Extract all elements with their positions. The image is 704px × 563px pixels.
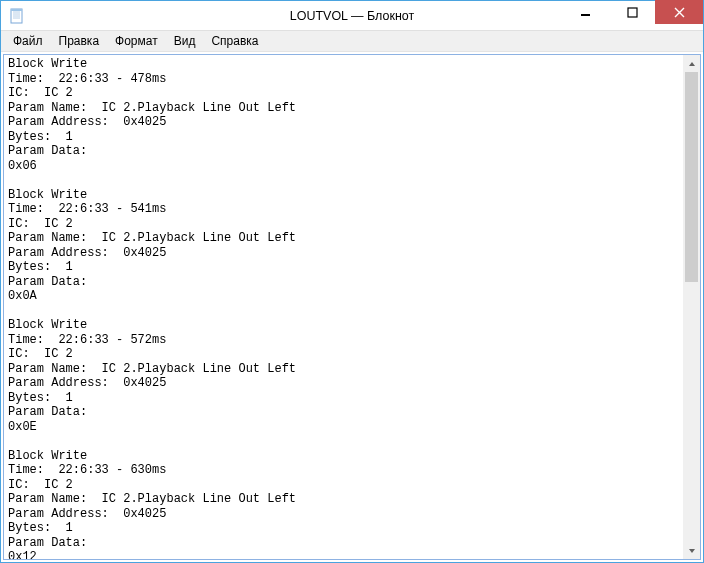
notepad-window: LOUTVOL — Блокнот Файл Правка Формат Вид…: [0, 0, 704, 563]
menu-file[interactable]: Файл: [5, 32, 51, 50]
text-content[interactable]: Block Write Time: 22:6:33 - 478ms IC: IC…: [4, 55, 683, 559]
menu-help[interactable]: Справка: [203, 32, 266, 50]
menu-edit[interactable]: Правка: [51, 32, 108, 50]
menu-view[interactable]: Вид: [166, 32, 204, 50]
svg-rect-6: [581, 14, 590, 16]
minimize-button[interactable]: [563, 0, 609, 24]
window-controls: [563, 1, 703, 30]
scroll-track[interactable]: [683, 72, 700, 542]
close-button[interactable]: [655, 0, 703, 24]
scroll-thumb[interactable]: [685, 72, 698, 282]
menu-format[interactable]: Формат: [107, 32, 166, 50]
titlebar[interactable]: LOUTVOL — Блокнот: [1, 1, 703, 31]
notepad-icon: [9, 8, 25, 24]
svg-rect-5: [11, 9, 22, 11]
vertical-scrollbar[interactable]: [683, 55, 700, 559]
scroll-up-button[interactable]: [683, 55, 700, 72]
menubar: Файл Правка Формат Вид Справка: [1, 31, 703, 52]
svg-rect-7: [628, 8, 637, 17]
maximize-button[interactable]: [609, 0, 655, 24]
content-border: Block Write Time: 22:6:33 - 478ms IC: IC…: [3, 54, 701, 560]
content-wrapper: Block Write Time: 22:6:33 - 478ms IC: IC…: [1, 52, 703, 562]
window-title: LOUTVOL — Блокнот: [290, 9, 415, 23]
scroll-down-button[interactable]: [683, 542, 700, 559]
